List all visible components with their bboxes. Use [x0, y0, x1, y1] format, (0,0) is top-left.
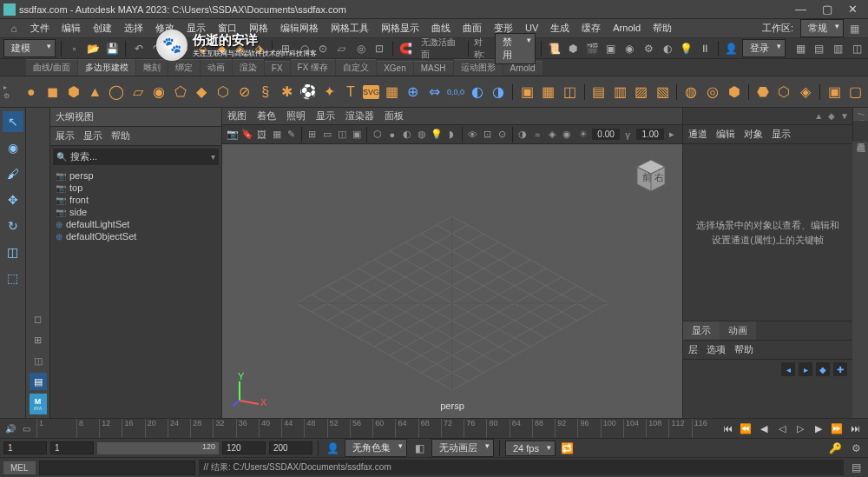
shelf-tab-5[interactable]: 渲染 — [233, 59, 264, 76]
shelf-tab-3[interactable]: 绑定 — [168, 59, 200, 76]
sweep-mesh-icon[interactable]: ▦ — [383, 80, 401, 104]
svg-icon[interactable]: SVG — [363, 85, 379, 99]
command-input[interactable] — [39, 460, 195, 475]
vp-menu-show[interactable]: 显示 — [316, 109, 335, 123]
step-fwd-icon[interactable]: ▶ — [811, 421, 826, 436]
poly-disc-icon[interactable]: ◉ — [150, 80, 168, 104]
autokey-icon[interactable]: 🔑 — [826, 440, 844, 457]
sel-vertex-icon[interactable]: ⬘ — [176, 40, 192, 57]
sel-object-icon[interactable]: ◈ — [233, 40, 248, 57]
shelf-tab-0[interactable]: 曲线/曲面 — [26, 59, 77, 76]
step-back-key-icon[interactable]: ⏪ — [738, 421, 753, 436]
mirror-icon[interactable]: ⇔ — [425, 80, 444, 104]
vp-xray-icon[interactable]: ⊡ — [481, 127, 494, 142]
cb-icon1[interactable]: ▲ — [814, 111, 823, 121]
charset-icon[interactable]: 👤 — [324, 440, 341, 457]
select-tool[interactable]: ↖ — [3, 111, 23, 132]
rtab-attreditor[interactable]: 属性编辑器 — [852, 121, 868, 131]
vp-menu-shading[interactable]: 着色 — [257, 109, 276, 123]
vp-gamma-value[interactable]: 1.00 — [636, 129, 664, 140]
layer-new-icon[interactable]: ✚ — [833, 362, 847, 376]
snap-plane-icon[interactable]: ▱ — [334, 40, 350, 57]
poly-cylinder-icon[interactable]: ⬢ — [65, 80, 83, 104]
platonic-icon[interactable]: ⬠ — [171, 80, 189, 104]
target-weld-icon[interactable]: ▥ — [611, 80, 629, 104]
cb-menu-show[interactable]: 显示 — [772, 128, 791, 141]
move-tool[interactable]: ✥ — [3, 189, 23, 210]
cb-menu-edit[interactable]: 编辑 — [716, 128, 735, 141]
shelf-tab-4[interactable]: 动画 — [201, 59, 232, 76]
poly-plane-icon[interactable]: ▱ — [128, 80, 147, 104]
maximize-button[interactable]: ▢ — [822, 3, 832, 16]
ts-volume-icon[interactable]: 🔊 — [3, 421, 17, 435]
smooth-icon[interactable]: ◍ — [682, 80, 700, 104]
range-end-field[interactable] — [222, 441, 266, 454]
vp-isolate-icon[interactable]: 👁 — [465, 127, 478, 142]
sel-edge-icon[interactable]: ⬙ — [195, 40, 211, 57]
hypershade-icon[interactable]: ◐ — [660, 40, 675, 57]
outliner-set-defaultLightSet[interactable]: defaultLightSet — [54, 218, 218, 230]
separate-icon[interactable]: ◑ — [490, 80, 508, 104]
outliner-menu-show[interactable]: 显示 — [83, 129, 102, 142]
playblast-pause-icon[interactable]: ⏸ — [697, 40, 713, 57]
workspace-config-icon[interactable]: ▦ — [845, 20, 863, 37]
cg-icon[interactable]: ⬢ — [566, 40, 582, 57]
vp-dof-icon[interactable]: ◉ — [561, 127, 574, 142]
poly-prism-icon[interactable]: ⬡ — [214, 80, 232, 104]
home-icon[interactable]: ⌂ — [5, 20, 23, 37]
save-icon[interactable]: 💾 — [104, 40, 120, 57]
menu-文件[interactable]: 文件 — [24, 21, 56, 35]
goto-start-icon[interactable]: ⏮ — [720, 421, 735, 436]
ipr-icon[interactable]: ◉ — [622, 40, 638, 57]
quad-draw-icon[interactable]: ⬡ — [775, 80, 793, 104]
layer-tab-display[interactable]: 显示 — [683, 321, 720, 340]
menu-编辑网格[interactable]: 编辑网格 — [274, 21, 325, 35]
panel-layout2-icon[interactable]: ▤ — [812, 40, 827, 57]
shelf-tab-9[interactable]: XGen — [377, 61, 413, 75]
live-surface-icon[interactable]: 🧲 — [398, 40, 414, 57]
new-icon[interactable]: ▫ — [67, 40, 82, 57]
vp-res-gate-icon[interactable]: ◫ — [335, 127, 348, 142]
menu-网格工具[interactable]: 网格工具 — [325, 21, 375, 35]
boolean-union-icon[interactable]: ▣ — [825, 80, 844, 104]
vp-gamma-icon[interactable]: γ — [621, 127, 635, 142]
vp-menu-panels[interactable]: 面板 — [385, 109, 404, 123]
close-button[interactable]: ✕ — [848, 3, 858, 16]
four-pane-icon[interactable]: ⊞ — [30, 331, 47, 348]
menu-生成[interactable]: 生成 — [544, 21, 575, 35]
menu-网格[interactable]: 网格 — [243, 21, 274, 35]
open-icon[interactable]: 📂 — [86, 40, 102, 57]
snap-view-icon[interactable]: ⊡ — [372, 40, 387, 57]
poly-pipe-icon[interactable]: ⊘ — [235, 80, 253, 104]
menu-缓存[interactable]: 缓存 — [575, 21, 607, 35]
vp-select-cam-icon[interactable]: 📷 — [226, 127, 239, 142]
bevel-icon[interactable]: ◫ — [561, 80, 579, 104]
vp-grease-icon[interactable]: ✎ — [285, 127, 298, 142]
connect-icon[interactable]: ⊕ — [404, 80, 423, 104]
subdiv-icon[interactable]: ◎ — [704, 80, 722, 104]
vp-view-transform-icon[interactable]: ▸ — [666, 127, 679, 142]
menu-窗口[interactable]: 窗口 — [212, 21, 243, 35]
mode-dropdown[interactable]: 建模 — [3, 39, 56, 57]
outliner-search[interactable]: 搜索...▾ — [53, 149, 219, 165]
workspace-dropdown[interactable]: 常规 — [800, 19, 844, 37]
layer-menu-layers[interactable]: 层 — [688, 343, 698, 356]
step-fwd-key-icon[interactable]: ⏩ — [829, 421, 845, 436]
cb-menu-channels[interactable]: 通道 — [688, 128, 707, 141]
menu-网格显示[interactable]: 网格显示 — [375, 21, 425, 35]
poly-type-icon[interactable]: T — [342, 80, 360, 104]
undo-icon[interactable]: ↶ — [131, 40, 147, 57]
maya-icon[interactable]: MAYA — [30, 394, 47, 414]
snap-live-icon[interactable]: ◎ — [353, 40, 369, 57]
vp-exposure-value[interactable]: 0.00 — [592, 129, 620, 140]
charset-dropdown[interactable]: 无角色集 — [345, 439, 407, 457]
viewcube[interactable]: 前 右 — [630, 155, 672, 196]
combine-icon[interactable]: ◐ — [468, 80, 486, 104]
menu-曲线[interactable]: 曲线 — [425, 21, 457, 35]
vp-2d-pan-icon[interactable]: ▦ — [270, 127, 283, 142]
menu-帮助[interactable]: 帮助 — [647, 21, 678, 35]
menu-编辑[interactable]: 编辑 — [56, 21, 87, 35]
snap-curve-icon[interactable]: ◠ — [297, 40, 312, 57]
step-back-icon[interactable]: ◀ — [756, 421, 772, 436]
vp-bookmark-icon[interactable]: 🔖 — [240, 127, 253, 142]
